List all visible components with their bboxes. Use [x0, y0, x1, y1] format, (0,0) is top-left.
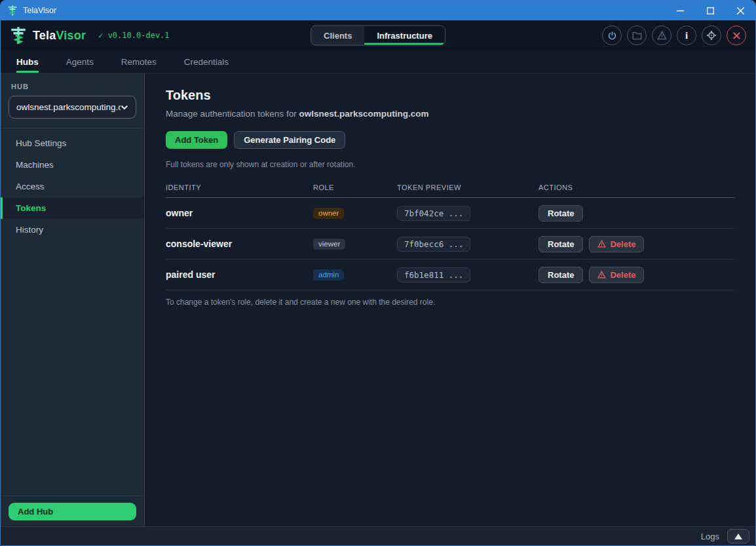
column-header-actions: ACTIONS [539, 184, 734, 191]
token-identity: paired user [166, 269, 313, 280]
folder-icon[interactable] [627, 26, 647, 45]
sidebar-divider [1, 496, 144, 496]
sidebar-item-machines[interactable]: Machines [1, 154, 144, 176]
role-badge: admin [313, 269, 344, 281]
sidebar-item-access[interactable]: Access [1, 176, 144, 197]
app-name: TelaVisor [33, 29, 86, 43]
hub-select-value: owlsnest.parkscomputing.c [16, 102, 121, 112]
gear-icon[interactable] [702, 26, 721, 45]
token-actions-row: Add Token Generate Pairing Code [166, 131, 734, 149]
nav-tab-hubs[interactable]: Hubs [16, 50, 39, 73]
warning-icon[interactable] [652, 26, 671, 45]
token-preview: 7f0becc6 ... [397, 237, 470, 252]
delete-button[interactable]: Delete [589, 236, 644, 252]
role-badge: owner [313, 208, 344, 219]
minimize-icon[interactable] [665, 1, 695, 20]
column-header-role: ROLE [313, 184, 397, 191]
rotate-button[interactable]: Rotate [539, 267, 583, 283]
table-row: paired user admin f6b1e811 ... Rotate De… [166, 260, 734, 290]
tab-infrastructure[interactable]: Infrastructure [364, 26, 445, 45]
page-title: Tokens [166, 88, 734, 103]
titlebar: TelaVisor [1, 1, 755, 20]
role-badge: viewer [313, 239, 345, 250]
triangle-up-icon [734, 534, 742, 539]
window-controls [665, 1, 755, 20]
nav-tab-agents[interactable]: Agents [66, 50, 94, 73]
main-panel: Tokens Manage authentication tokens for … [145, 73, 755, 526]
power-icon[interactable] [602, 26, 622, 45]
app-header: TelaVisor ✓ v0.10.0-dev.1 Clients Infras… [1, 20, 755, 50]
maximize-icon[interactable] [695, 1, 725, 20]
rotate-button[interactable]: Rotate [539, 205, 583, 222]
add-hub-button[interactable]: Add Hub [9, 503, 136, 520]
column-header-token-preview: TOKEN PREVIEW [397, 184, 539, 191]
logs-expand-button[interactable] [727, 529, 749, 543]
brand: TelaVisor ✓ v0.10.0-dev.1 [10, 26, 170, 45]
hub-select[interactable]: owlsnest.parkscomputing.c [9, 96, 136, 119]
info-icon[interactable]: i [677, 26, 696, 45]
row-actions: Rotate Delete [539, 236, 734, 252]
close-window-icon[interactable] [725, 1, 755, 20]
logs-label: Logs [701, 532, 719, 541]
sidebar: HUB owlsnest.parkscomputing.c Hub Settin… [1, 73, 145, 526]
token-identity: owner [166, 208, 313, 218]
hub-section-label: HUB [11, 83, 134, 90]
token-hint: Full tokens are only shown at creation o… [166, 160, 734, 169]
row-actions: Rotate [539, 205, 734, 222]
sidebar-spacer [1, 241, 144, 496]
app-logo-icon [10, 26, 27, 45]
generate-pairing-code-button[interactable]: Generate Pairing Code [234, 131, 345, 149]
token-preview: 7bf042ce ... [397, 206, 470, 221]
header-icon-buttons: i [602, 26, 746, 45]
warning-icon [597, 271, 606, 279]
table-row: owner owner 7bf042ce ... Rotate [166, 198, 734, 229]
close-circle-icon[interactable] [727, 26, 746, 45]
hub-domain: owlsnest.parkscomputing.com [299, 109, 428, 119]
chevron-down-icon [121, 105, 128, 110]
tab-clients[interactable]: Clients [311, 26, 364, 45]
mode-tab-group: Clients Infrastructure [311, 26, 445, 46]
sidebar-nav: Hub Settings Machines Access Tokens Hist… [1, 128, 144, 241]
token-preview: f6b1e811 ... [397, 267, 470, 283]
column-header-identity: IDENTITY [166, 184, 313, 191]
app-version: ✓ v0.10.0-dev.1 [98, 31, 169, 40]
sidebar-item-hub-settings[interactable]: Hub Settings [1, 132, 144, 154]
sidebar-item-tokens[interactable]: Tokens [1, 197, 144, 219]
role-change-note: To change a token's role, delete it and … [166, 298, 734, 307]
app-window: TelaVisor TelaVisor ✓ v0.10.0-dev.1 [0, 0, 756, 546]
rotate-button[interactable]: Rotate [539, 236, 583, 252]
window-title: TelaVisor [23, 6, 56, 15]
section-nav: Hubs Agents Remotes Credentials [1, 50, 755, 73]
sidebar-item-history[interactable]: History [1, 219, 144, 241]
app-logo-icon [7, 5, 18, 16]
row-actions: Rotate Delete [539, 267, 734, 283]
table-header: IDENTITY ROLE TOKEN PREVIEW ACTIONS [166, 178, 734, 198]
warning-icon [597, 240, 606, 248]
titlebar-left: TelaVisor [1, 5, 665, 16]
nav-tab-remotes[interactable]: Remotes [121, 50, 157, 73]
body: HUB owlsnest.parkscomputing.c Hub Settin… [1, 73, 755, 526]
nav-tab-credentials[interactable]: Credentials [184, 50, 229, 73]
add-token-button[interactable]: Add Token [166, 131, 227, 149]
bottom-bar: Logs [1, 526, 755, 545]
token-identity: console-viewer [166, 239, 313, 249]
table-row: console-viewer viewer 7f0becc6 ... Rotat… [166, 229, 734, 260]
page-subtitle: Manage authentication tokens for owlsnes… [166, 109, 734, 119]
delete-button[interactable]: Delete [589, 267, 644, 283]
